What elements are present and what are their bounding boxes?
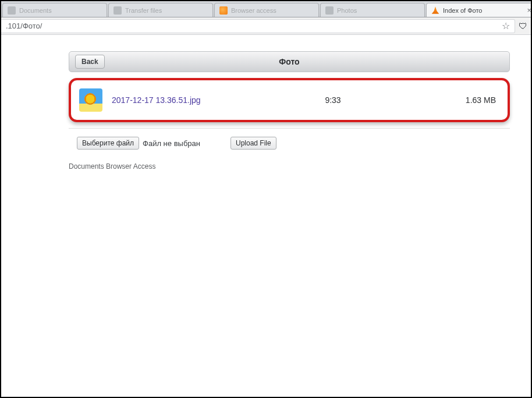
tab-favicon bbox=[8, 6, 16, 15]
vlc-cone-icon bbox=[431, 6, 439, 15]
upload-file-button[interactable]: Upload File bbox=[230, 137, 276, 150]
upload-row: Выберите файл Файл не выбран Upload File bbox=[69, 137, 510, 150]
divider bbox=[69, 128, 510, 129]
tab-label: Transfer files bbox=[125, 7, 162, 14]
content-container: Back Фото 2017-12-17 13.36.51.jpg 9:33 1… bbox=[69, 51, 510, 170]
extension-shield-icon[interactable]: 🛡 bbox=[519, 21, 527, 31]
tab-favicon bbox=[325, 6, 334, 15]
browser-tab-bg-3[interactable]: Browser access bbox=[214, 3, 319, 17]
bookmark-star-icon[interactable]: ☆ bbox=[502, 20, 510, 31]
tab-label: Photos bbox=[337, 7, 357, 14]
browser-tabstrip: Documents Transfer files Browser access … bbox=[1, 1, 531, 17]
page-title: Фото bbox=[69, 57, 509, 66]
back-button-label: Back bbox=[81, 58, 98, 66]
tab-favicon bbox=[219, 6, 228, 15]
close-icon[interactable]: × bbox=[527, 6, 531, 14]
file-size: 1.63 MB bbox=[391, 95, 496, 105]
upload-file-label: Upload File bbox=[236, 139, 271, 147]
browser-tab-bg-1[interactable]: Documents bbox=[2, 3, 107, 17]
no-file-selected-text: Файл не выбран bbox=[143, 139, 200, 148]
file-thumbnail bbox=[79, 88, 102, 112]
url-input[interactable]: .101/Фото/ ☆ bbox=[1, 19, 515, 33]
choose-file-button[interactable]: Выберите файл bbox=[77, 137, 139, 150]
url-text: .101/Фото/ bbox=[6, 22, 498, 30]
browser-tab-active[interactable]: Index of Фото × bbox=[426, 3, 532, 17]
tab-label: Browser access bbox=[231, 7, 276, 14]
file-time: 9:33 bbox=[275, 95, 391, 105]
file-row-highlight[interactable]: 2017-12-17 13.36.51.jpg 9:33 1.63 MB bbox=[69, 78, 510, 122]
file-name-link[interactable]: 2017-12-17 13.36.51.jpg bbox=[112, 95, 275, 105]
tab-label: Index of Фото bbox=[443, 7, 482, 14]
page-body: Back Фото 2017-12-17 13.36.51.jpg 9:33 1… bbox=[1, 35, 531, 170]
back-button[interactable]: Back bbox=[75, 55, 105, 69]
browser-tab-bg-4[interactable]: Photos bbox=[320, 3, 425, 17]
page-navbar: Back Фото bbox=[69, 51, 510, 72]
footer-note: Documents Browser Access bbox=[69, 162, 510, 170]
tab-favicon bbox=[114, 6, 122, 15]
browser-tab-bg-2[interactable]: Transfer files bbox=[108, 3, 213, 17]
tab-label: Documents bbox=[19, 7, 52, 14]
choose-file-label: Выберите файл bbox=[82, 139, 134, 147]
browser-address-bar: .101/Фото/ ☆ 🛡 bbox=[1, 17, 531, 35]
